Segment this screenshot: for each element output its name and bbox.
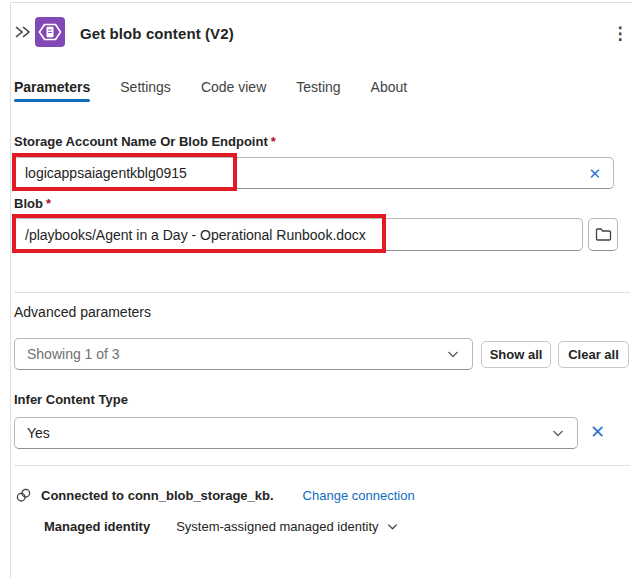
required-asterisk: * <box>46 196 51 211</box>
managed-identity-row: Managed identity System-assigned managed… <box>44 519 399 534</box>
managed-identity-label: Managed identity <box>44 519 150 534</box>
remove-infer-content-type-button[interactable]: ✕ <box>588 423 607 441</box>
required-asterisk: * <box>271 134 276 149</box>
kebab-menu-icon: ⋮ <box>612 23 629 44</box>
infer-content-type-label: Infer Content Type <box>14 392 128 407</box>
clear-all-button[interactable]: Clear all <box>558 341 629 368</box>
panel-top-border <box>10 2 632 3</box>
managed-identity-value: System-assigned managed identity <box>176 519 378 534</box>
tab-parameters[interactable]: Parameters <box>14 79 90 101</box>
action-title: Get blob content (V2) <box>80 25 234 42</box>
blob-label: Blob* <box>14 196 51 211</box>
connected-text: Connected to conn_blob_storage_kb. <box>41 488 274 503</box>
tab-settings[interactable]: Settings <box>120 79 171 101</box>
advanced-parameters-dropdown-value: Showing 1 of 3 <box>27 346 446 362</box>
clear-storage-account-button[interactable]: ✕ <box>586 166 603 181</box>
show-all-button[interactable]: Show all <box>481 341 551 368</box>
tab-testing[interactable]: Testing <box>296 79 340 101</box>
chevron-down-icon <box>551 426 565 440</box>
clear-icon: ✕ <box>590 422 605 442</box>
tab-bar: Parameters Settings Code view Testing Ab… <box>14 79 407 101</box>
collapse-panel-button[interactable] <box>12 21 32 43</box>
storage-account-input[interactable] <box>25 165 586 181</box>
chevron-down-icon <box>386 520 399 533</box>
tab-code-view[interactable]: Code view <box>201 79 266 101</box>
connection-row: Connected to conn_blob_storage_kb. Chang… <box>15 487 415 504</box>
chevron-down-icon <box>446 347 460 361</box>
blob-input[interactable] <box>25 227 572 243</box>
folder-icon <box>595 227 612 242</box>
double-chevron-right-icon <box>14 23 31 41</box>
active-tab-underline <box>14 99 90 102</box>
blob-connector-icon <box>35 17 65 47</box>
infer-content-type-dropdown[interactable]: Yes <box>14 417 578 449</box>
managed-identity-dropdown[interactable]: System-assigned managed identity <box>176 519 398 534</box>
storage-account-label: Storage Account Name Or Blob Endpoint* <box>14 134 276 149</box>
panel-left-border <box>10 2 11 578</box>
clear-icon: ✕ <box>588 165 601 182</box>
footer-divider <box>14 465 630 466</box>
advanced-parameters-dropdown[interactable]: Showing 1 of 3 <box>14 338 473 370</box>
connection-icon <box>15 487 32 504</box>
infer-content-type-value: Yes <box>27 425 551 441</box>
advanced-parameters-heading: Advanced parameters <box>14 304 151 320</box>
browse-blob-button[interactable] <box>588 218 618 251</box>
section-divider <box>14 292 630 293</box>
storage-account-field: ✕ <box>14 157 614 189</box>
change-connection-link[interactable]: Change connection <box>303 488 415 503</box>
tab-about[interactable]: About <box>371 79 408 101</box>
more-actions-button[interactable]: ⋮ <box>608 20 632 46</box>
blob-field <box>14 218 583 251</box>
